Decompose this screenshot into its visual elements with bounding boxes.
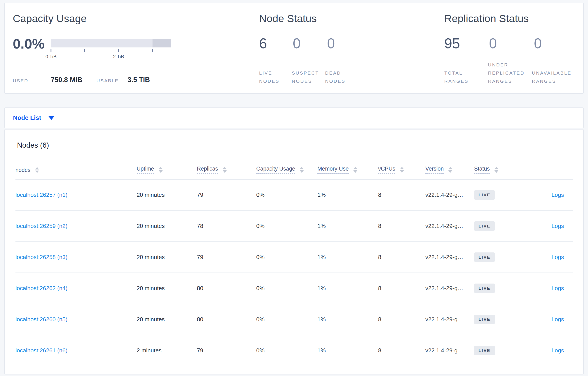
sort-icon[interactable] xyxy=(353,167,357,173)
capacity-bar-segment xyxy=(153,39,171,47)
capacity-usage-title: Capacity Usage xyxy=(13,12,87,24)
replication-values: 95 0 0 xyxy=(444,36,542,51)
logs-link[interactable]: Logs xyxy=(552,254,564,260)
dead-nodes-value: 0 xyxy=(327,36,335,51)
version-cell: v22.1.4-29-g… xyxy=(425,335,474,366)
status-badge: LIVE xyxy=(474,346,495,355)
memory-cell: 1% xyxy=(317,273,378,304)
replication-status-title: Replication Status xyxy=(444,12,529,24)
live-nodes-label: LIVE NODES xyxy=(259,69,279,85)
cluster-summary-card: Capacity Usage 0.0% 0 TiB 2 TiB USED 750… xyxy=(4,3,584,94)
logs-link[interactable]: Logs xyxy=(552,191,564,198)
logs-link[interactable]: Logs xyxy=(552,347,564,354)
node-link[interactable]: localhost:26262 (n4) xyxy=(15,285,68,292)
column-header-vcpus[interactable]: vCPUs xyxy=(378,160,425,179)
suspect-nodes-value: 0 xyxy=(293,36,326,51)
sort-icon[interactable] xyxy=(494,167,498,173)
node-link[interactable]: localhost:26259 (n2) xyxy=(15,223,68,229)
node-status-values: 6 0 0 xyxy=(259,36,335,51)
used-value: 750.8 MiB xyxy=(51,76,82,84)
uptime-cell: 20 minutes xyxy=(137,210,197,242)
axis-tick xyxy=(118,49,119,52)
uptime-cell: 20 minutes xyxy=(137,179,197,210)
status-badge: LIVE xyxy=(474,190,495,200)
version-cell: v22.1.4-29-g… xyxy=(425,242,474,273)
column-header-uptime[interactable]: Uptime xyxy=(137,160,197,179)
view-selector-bar: Node List xyxy=(4,107,584,128)
total-ranges-value: 95 xyxy=(444,36,488,51)
nodes-table: nodes Uptime Replicas Capacity Usage xyxy=(15,160,573,366)
node-link[interactable]: localhost:26258 (n3) xyxy=(15,254,68,260)
vcpus-cell: 8 xyxy=(378,304,425,335)
table-row: localhost:26262 (n4) 20 minutes 80 0% 1%… xyxy=(15,273,573,304)
capacity-cell: 0% xyxy=(256,210,317,242)
capacity-cell: 0% xyxy=(256,179,317,210)
sort-icon[interactable] xyxy=(35,167,39,173)
suspect-nodes-label: SUSPECT NODES xyxy=(292,69,319,85)
logs-link[interactable]: Logs xyxy=(552,223,564,229)
capacity-cell: 0% xyxy=(256,304,317,335)
axis-tick-label: 0 TiB xyxy=(45,54,56,60)
capacity-cell: 0% xyxy=(256,242,317,273)
replicas-cell: 80 xyxy=(197,304,256,335)
capacity-cell: 0% xyxy=(256,273,317,304)
column-header-logs xyxy=(520,160,573,179)
sort-icon[interactable] xyxy=(448,167,452,173)
replicas-cell: 80 xyxy=(197,273,256,304)
sort-icon[interactable] xyxy=(400,167,404,173)
replicas-cell: 78 xyxy=(197,210,256,242)
usable-value: 3.5 TiB xyxy=(127,76,150,84)
column-header-capacity-usage[interactable]: Capacity Usage xyxy=(256,160,317,179)
table-row: localhost:26261 (n6) 2 minutes 79 0% 1% … xyxy=(15,335,573,366)
sort-icon[interactable] xyxy=(300,167,304,173)
axis-tick-label: 2 TiB xyxy=(113,54,124,60)
unavailable-ranges-value: 0 xyxy=(534,36,542,51)
capacity-used-row: USED 750.8 MiB USABLE 3.5 TiB xyxy=(13,76,180,87)
node-status-section: Node Status 6 0 0 LIVE NODES SUSPECT NOD… xyxy=(259,3,427,93)
column-header-memory-use[interactable]: Memory Use xyxy=(317,160,378,179)
status-badge: LIVE xyxy=(474,283,495,293)
nodes-table-card: Nodes (6) nodes Uptime xyxy=(4,129,584,375)
column-header-version[interactable]: Version xyxy=(425,160,474,179)
memory-cell: 1% xyxy=(317,179,378,210)
total-ranges-label: TOTAL RANGES xyxy=(444,69,469,85)
node-list-dropdown-label: Node List xyxy=(13,114,41,121)
table-row: localhost:26258 (n3) 20 minutes 79 0% 1%… xyxy=(15,242,573,273)
nodes-heading: Nodes (6) xyxy=(17,141,583,149)
replicas-cell: 79 xyxy=(197,335,256,366)
live-nodes-value: 6 xyxy=(259,36,292,51)
version-cell: v22.1.4-29-g… xyxy=(425,273,474,304)
logs-link[interactable]: Logs xyxy=(552,285,564,292)
usable-label: USABLE xyxy=(96,78,119,84)
chevron-down-icon xyxy=(48,116,54,120)
node-link[interactable]: localhost:26260 (n5) xyxy=(15,316,68,323)
column-header-nodes[interactable]: nodes xyxy=(15,160,137,179)
axis-tick xyxy=(152,49,153,52)
uptime-cell: 2 minutes xyxy=(137,335,197,366)
vcpus-cell: 8 xyxy=(378,242,425,273)
node-link[interactable]: localhost:26257 (n1) xyxy=(15,191,68,198)
version-cell: v22.1.4-29-g… xyxy=(425,304,474,335)
table-row: localhost:26259 (n2) 20 minutes 78 0% 1%… xyxy=(15,210,573,242)
table-header-row: nodes Uptime Replicas Capacity Usage xyxy=(15,160,573,179)
logs-link[interactable]: Logs xyxy=(552,316,564,323)
capacity-bar-chart xyxy=(51,39,171,47)
version-cell: v22.1.4-29-g… xyxy=(425,179,474,210)
column-header-replicas[interactable]: Replicas xyxy=(197,160,256,179)
sort-icon[interactable] xyxy=(223,167,227,173)
vcpus-cell: 8 xyxy=(378,179,425,210)
node-list-dropdown[interactable]: Node List xyxy=(13,114,54,121)
status-badge: LIVE xyxy=(474,221,495,231)
column-header-status[interactable]: Status xyxy=(474,160,520,179)
memory-cell: 1% xyxy=(317,335,378,366)
unavailable-ranges-label: UNAVAILABLE RANGES xyxy=(532,69,571,85)
uptime-cell: 20 minutes xyxy=(137,304,197,335)
sort-icon[interactable] xyxy=(159,167,163,173)
uptime-cell: 20 minutes xyxy=(137,242,197,273)
node-status-labels: LIVE NODES SUSPECT NODES DEAD NODES xyxy=(259,56,363,85)
status-badge: LIVE xyxy=(474,315,495,324)
cluster-overview-page: Capacity Usage 0.0% 0 TiB 2 TiB USED 750… xyxy=(0,0,588,376)
node-link[interactable]: localhost:26261 (n6) xyxy=(15,347,68,354)
memory-cell: 1% xyxy=(317,242,378,273)
replication-status-section: Replication Status 95 0 0 TOTAL RANGES U… xyxy=(444,3,581,93)
